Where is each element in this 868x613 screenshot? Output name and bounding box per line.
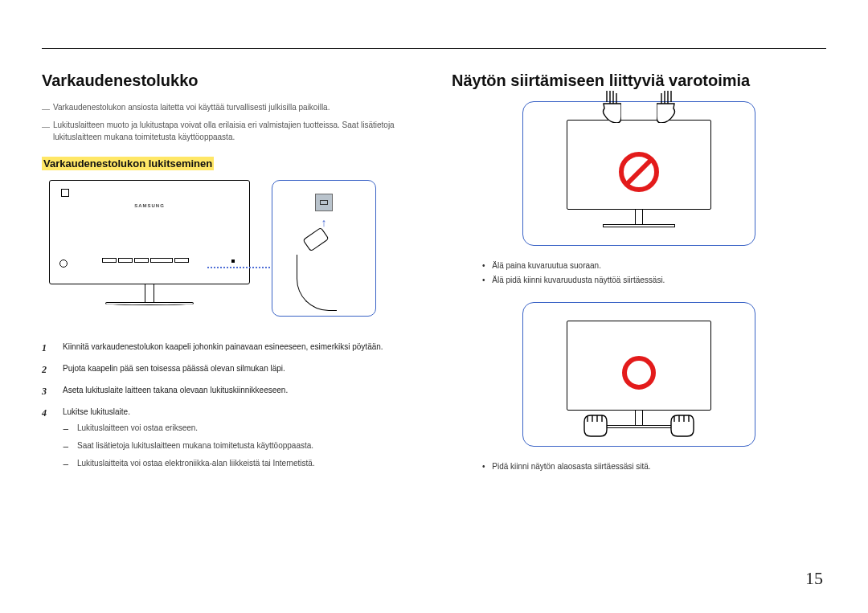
joystick-icon (59, 260, 68, 268)
do-bullets: Pidä kiinni näytön alaosasta siirtäessäs… (482, 460, 826, 474)
steps-list: 1 Kiinnitä varkaudenestolukon kaapeli jo… (42, 341, 416, 476)
right-heading: Näytön siirtämiseen liittyviä varotoimia (452, 72, 826, 90)
lock-diagram-row: SAMSUNG ↑ (42, 180, 416, 325)
step-number: 2 (42, 362, 53, 378)
bar-icon (63, 422, 71, 436)
svg-point-2 (624, 358, 653, 387)
left-heading: Varkaudenestolukko (42, 72, 416, 90)
step-number: 1 (42, 341, 53, 356)
left-column: Varkaudenestolukko Varkaudenestolukon an… (42, 72, 416, 488)
intro-text-2: Lukituslaitteen muoto ja lukitustapa voi… (53, 119, 416, 144)
top-rule (42, 48, 826, 49)
step-2: 2 Pujota kaapelin pää sen toisessa pääss… (42, 362, 416, 378)
bar-icon (63, 457, 71, 472)
bullet: Älä paina kuvaruutua suoraan. (482, 259, 826, 273)
right-column: Näytön siirtämiseen liittyviä varotoimia (452, 72, 826, 488)
step-number: 4 (42, 406, 53, 475)
step-4: 4 Lukitse lukituslaite. Lukituslaitteen … (42, 406, 416, 475)
stand-base (105, 302, 194, 305)
monitor-ports (101, 251, 198, 261)
dash-icon (42, 119, 53, 144)
svg-line-1 (627, 160, 651, 184)
hand-top-left-icon (600, 91, 621, 123)
step-1: 1 Kiinnitä varkaudenestolukon kaapeli jo… (42, 341, 416, 356)
lock-device-icon (305, 232, 327, 247)
lock-point-icon (231, 260, 235, 263)
step-text-block: Lukitse lukituslaite. Lukituslaitteen vo… (63, 406, 315, 475)
hand-bottom-right-icon (669, 414, 695, 438)
intro-note-1: Varkaudenestolukon ansiosta laitetta voi… (42, 101, 416, 114)
step-3: 3 Aseta lukituslaite laitteen takana ole… (42, 384, 416, 399)
bullet: Pidä kiinni näytön alaosasta siirtäessäs… (482, 460, 826, 474)
dont-bullets: Älä paina kuvaruutua suoraan. Älä pidä k… (482, 259, 826, 288)
prohibited-icon (617, 150, 661, 197)
intro-text-1: Varkaudenestolukon ansiosta laitetta voi… (53, 101, 330, 114)
monitor-rear-diagram: SAMSUNG (42, 180, 257, 325)
sub-item: Lukituslaitteita voi ostaa elektroniikka… (63, 457, 315, 472)
caution-do-diagram (522, 302, 755, 447)
lock-closeup-diagram: ↑ (272, 180, 376, 317)
step-text: Pujota kaapelin pää sen toisessa päässä … (63, 362, 285, 378)
dash-icon (42, 101, 53, 114)
step-text: Lukitse lukituslaite. (63, 407, 130, 416)
sub-item: Lukituslaitteen voi ostaa erikseen. (63, 422, 315, 436)
step-text: Kiinnitä varkaudenestolukon kaapeli joho… (63, 341, 383, 356)
hand-top-right-icon (657, 91, 678, 123)
intro-note-2: Lukituslaitteen muoto ja lukitustapa voi… (42, 119, 416, 144)
up-arrow-icon: ↑ (321, 216, 327, 229)
step-number: 3 (42, 384, 53, 399)
monitor-logo-text: SAMSUNG (134, 203, 165, 208)
stand-neck (145, 284, 154, 303)
monitor-body: SAMSUNG (49, 180, 250, 284)
bar-icon (63, 439, 71, 454)
page-number: 15 (805, 568, 823, 589)
hand-bottom-left-icon (583, 414, 608, 438)
step-4-sublist: Lukituslaitteen voi ostaa erikseen. Saat… (63, 422, 315, 472)
sub-item: Saat lisätietoja lukituslaitteen mukana … (63, 439, 315, 454)
allowed-circle-icon (620, 353, 658, 395)
caution-dont-diagram (522, 101, 755, 246)
step-text: Aseta lukituslaite laitteen takana oleva… (63, 384, 288, 399)
kensington-slot-icon (61, 189, 69, 197)
two-column-layout: Varkaudenestolukko Varkaudenestolukon an… (42, 72, 826, 488)
lock-slot-icon (315, 194, 333, 211)
bullet: Älä pidä kiinni kuvaruudusta näyttöä sii… (482, 273, 826, 288)
left-subheading: Varkaudenestolukon lukitseminen (42, 157, 214, 170)
